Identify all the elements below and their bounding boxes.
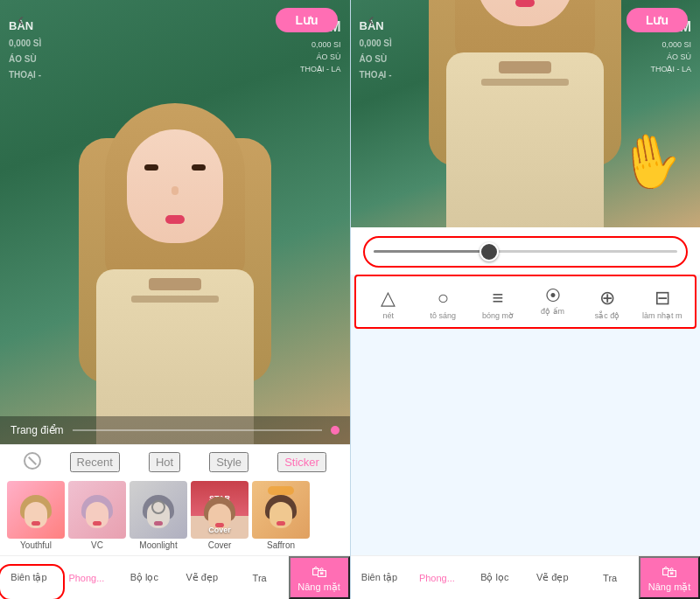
filter-thumb-saffron[interactable]: Saffron bbox=[252, 481, 310, 550]
bottom-nav-left: Biên tập Phong... Bộ lọc Vẽ đẹp Tra 🛍 Nâ… bbox=[0, 555, 350, 599]
filter-tabs-left: Recent Hot Style Sticker bbox=[0, 444, 350, 476]
blur-icon: ≡ bbox=[493, 287, 504, 310]
nav-bien-tap-right[interactable]: Biên tập bbox=[351, 556, 409, 599]
bottom-nav-right: Biên tập Phong... Bộ lọc Vẽ đẹp Tra 🛍 Nâ… bbox=[351, 555, 701, 599]
thumb-label-youthful: Youthful bbox=[20, 540, 52, 550]
tool-icons-container: △ nét ○ tô sáng ≡ bóng mờ ⦿ độ ấm ⊕ sắc … bbox=[354, 275, 697, 329]
thumb-label-cover: Cover bbox=[208, 540, 232, 550]
nav-nang-mat-left[interactable]: 🛍 Nâng mặt bbox=[289, 556, 350, 599]
right-panel: ‹ Lưu BÀN 0,000 SÌ ÁO SÙ THOẠI - IM 0,00… bbox=[351, 0, 701, 599]
nav-label-bien-tap: Biên tập bbox=[10, 572, 46, 583]
warmth-label: độ ấm bbox=[541, 307, 564, 316]
nav-bo-loc-right[interactable]: Bộ lọc bbox=[466, 556, 523, 599]
spacer-right bbox=[351, 329, 701, 556]
left-header: ‹ Lưu bbox=[0, 0, 350, 37]
nav-bo-loc-left[interactable]: Bộ lọc bbox=[116, 556, 173, 599]
tool-saturation[interactable]: ⊕ sắc độ bbox=[580, 287, 635, 320]
sharpen-label: nét bbox=[383, 311, 395, 320]
warmth-icon: ⦿ bbox=[545, 287, 561, 305]
filter-thumb-youthful[interactable]: Youthful bbox=[7, 481, 65, 550]
bag-icon-right: 🛍 bbox=[662, 563, 677, 582]
nav-label-bien-tap-r: Biên tập bbox=[361, 572, 397, 583]
brightness-label: tô sáng bbox=[430, 311, 457, 320]
nav-label-phong-r: Phong... bbox=[419, 573, 455, 583]
nav-label-bo-loc: Bộ lọc bbox=[130, 572, 158, 583]
fade-icon: ⊟ bbox=[654, 287, 670, 310]
save-button-left[interactable]: Lưu bbox=[276, 8, 337, 32]
left-panel: ‹ Lưu BÀN 0,000 SÌ ÁO SÙ THOẠI - IM 0,00… bbox=[0, 0, 350, 599]
nav-label-phong: Phong... bbox=[68, 573, 104, 583]
bag-icon-left: 🛍 bbox=[312, 563, 327, 582]
nav-phong-left[interactable]: Phong... bbox=[58, 556, 116, 599]
nav-label-tra-r: Tra bbox=[603, 573, 617, 583]
slider-fill bbox=[374, 250, 495, 253]
trang-diem-label: Trang điểm bbox=[10, 424, 64, 436]
filter-thumb-cover[interactable]: STAR Cover Cover bbox=[191, 481, 248, 550]
tool-brightness[interactable]: ○ tô sáng bbox=[416, 287, 471, 320]
slider-thumb[interactable] bbox=[480, 242, 499, 261]
tab-style[interactable]: Style bbox=[209, 452, 248, 472]
tab-sticker[interactable]: Sticker bbox=[277, 452, 326, 472]
person-figure-left bbox=[61, 103, 289, 444]
nav-phong-right[interactable]: Phong... bbox=[408, 556, 466, 599]
nav-label-nang-mat-right: Nâng mặt bbox=[648, 582, 691, 593]
tool-blur[interactable]: ≡ bóng mờ bbox=[471, 287, 526, 320]
blur-label: bóng mờ bbox=[482, 311, 514, 320]
saturation-icon: ⊕ bbox=[599, 287, 615, 310]
nav-bien-tap-left[interactable]: Biên tập bbox=[0, 556, 58, 599]
tab-hot[interactable]: Hot bbox=[149, 452, 180, 472]
nav-ve-dep-right[interactable]: Vẽ đẹp bbox=[523, 556, 581, 599]
thumb-label-vc: VC bbox=[91, 540, 103, 550]
filter-thumb-moonlight[interactable]: Moonlight bbox=[130, 481, 187, 550]
right-header: ‹ Lưu bbox=[351, 0, 701, 37]
fade-label: làm nhạt m bbox=[642, 311, 682, 320]
tool-sharpen[interactable]: △ nét bbox=[361, 287, 416, 320]
nav-nang-mat-right[interactable]: 🛍 Nâng mặt bbox=[639, 556, 700, 599]
nav-label-bo-loc-r: Bộ lọc bbox=[480, 572, 508, 583]
back-button-left[interactable]: ‹ bbox=[12, 7, 29, 33]
filter-thumbs-left: Youthful VC bbox=[0, 476, 350, 555]
trang-diem-dot bbox=[331, 426, 340, 435]
thumb-label-moonlight: Moonlight bbox=[139, 540, 177, 550]
tab-recent[interactable]: Recent bbox=[70, 452, 120, 472]
nav-label-ve-dep: Vẽ đẹp bbox=[186, 572, 218, 583]
slider-track bbox=[374, 250, 678, 253]
nav-tra-left[interactable]: Tra bbox=[231, 556, 289, 599]
trang-diem-bar: Trang điểm bbox=[0, 416, 350, 444]
tool-icons-row: △ nét ○ tô sáng ≡ bóng mờ ⦿ độ ấm ⊕ sắc … bbox=[356, 278, 696, 325]
tool-fade[interactable]: ⊟ làm nhạt m bbox=[634, 287, 690, 320]
saturation-label: sắc độ bbox=[595, 311, 620, 320]
slider-area bbox=[351, 227, 701, 275]
nav-label-ve-dep-r: Vẽ đẹp bbox=[536, 572, 569, 583]
tool-warmth[interactable]: ⦿ độ ấm bbox=[525, 287, 580, 320]
thumb-label-saffron: Saffron bbox=[267, 540, 295, 550]
save-button-right[interactable]: Lưu bbox=[626, 8, 688, 32]
filter-thumb-vc[interactable]: VC bbox=[68, 481, 126, 550]
filter-tab-row: Recent Hot Style Sticker bbox=[0, 452, 350, 472]
trang-diem-line bbox=[73, 429, 322, 431]
hand-pointer-icon: 🤚 bbox=[612, 125, 687, 198]
nav-label-nang-mat-left: Nâng mặt bbox=[298, 582, 340, 593]
sharpen-icon: △ bbox=[381, 287, 396, 310]
photo-bg-left: BÀN 0,000 SÌ ÁO SÙ THOẠI - IM 0,000 SI Á… bbox=[0, 0, 350, 444]
brightness-icon: ○ bbox=[438, 287, 449, 310]
photo-area-left: BÀN 0,000 SÌ ÁO SÙ THOẠI - IM 0,000 SI Á… bbox=[0, 0, 350, 444]
slider-container[interactable] bbox=[363, 236, 689, 268]
nav-tra-right[interactable]: Tra bbox=[581, 556, 639, 599]
nav-label-tra: Tra bbox=[253, 573, 267, 583]
back-button-right[interactable]: ‹ bbox=[363, 7, 380, 33]
nav-ve-dep-left[interactable]: Vẽ đẹp bbox=[173, 556, 231, 599]
